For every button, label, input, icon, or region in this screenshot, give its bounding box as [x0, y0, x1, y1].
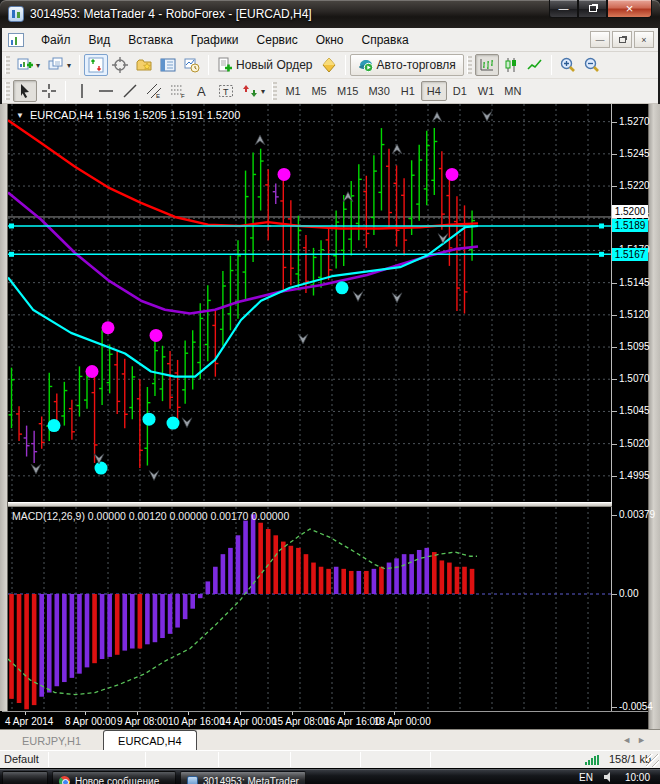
metaeditor-icon	[321, 57, 337, 73]
fibo-icon: F	[170, 83, 186, 99]
pane-divider[interactable]	[8, 502, 648, 507]
hline-left-handle[interactable]	[9, 223, 14, 228]
timeframe-button-m15[interactable]: M15	[332, 81, 363, 101]
chart-tab-eurjpy-h1[interactable]: EURJPY,H1	[8, 731, 95, 750]
menu-item-вид[interactable]: Вид	[80, 30, 120, 50]
metaeditor-button[interactable]	[317, 54, 341, 76]
child-restore-button[interactable]	[612, 31, 632, 48]
toolbar-grip[interactable]	[5, 56, 10, 74]
text-label-button[interactable]: T	[214, 80, 238, 102]
arrows-button[interactable]: ▾	[238, 80, 269, 102]
menu-item-окно[interactable]: Окно	[307, 30, 353, 50]
market-watch-button[interactable]	[84, 54, 108, 76]
arrowstool-icon	[242, 83, 258, 99]
hline-price-box: 1.5189	[612, 219, 648, 232]
close-icon: ×	[626, 4, 634, 14]
timeframe-button-w1[interactable]: W1	[473, 81, 500, 101]
child-minimize-button[interactable]: —	[590, 31, 610, 48]
arrow-down-marker	[353, 292, 363, 302]
date-tick	[344, 712, 345, 715]
statusbar-separator	[290, 752, 291, 767]
price-tick-label: 1.5245	[619, 148, 650, 159]
hline-left-handle[interactable]	[9, 252, 14, 257]
menu-item-графики[interactable]: Графики	[182, 30, 248, 50]
timeframe-button-h4[interactable]: H4	[421, 81, 447, 101]
text-button[interactable]: A	[190, 80, 214, 102]
close-button[interactable]: ×	[607, 0, 652, 18]
taskbar-button-browser[interactable]: Новое сообщение	[52, 771, 176, 784]
navigator-button[interactable]	[132, 54, 156, 76]
candle-chart-mode-button[interactable]	[499, 54, 523, 76]
menu-item-справка[interactable]: Справка	[353, 30, 418, 50]
new-chart-button[interactable]: ▾	[13, 54, 44, 76]
new-order-button-label: Новый Ордер	[236, 58, 312, 72]
vertical-line-button[interactable]	[70, 80, 94, 102]
tab-scroll-arrows[interactable]: ◄►	[622, 735, 652, 745]
child-close-icon: ×	[641, 35, 646, 45]
timeframe-button-m1[interactable]: M1	[280, 81, 306, 101]
taskbar-button-metatrader[interactable]: 3014953: MetaTrader	[180, 771, 306, 784]
price-tick-label: 1.5095	[619, 341, 650, 352]
resize-grip[interactable]	[646, 754, 659, 767]
child-restore-icon	[619, 37, 626, 43]
zoom-in-button[interactable]	[556, 54, 580, 76]
bar-chart-mode-button[interactable]	[475, 54, 499, 76]
data-window-button[interactable]	[108, 54, 132, 76]
price-chart-pane[interactable]	[8, 104, 612, 502]
date-tick	[240, 712, 241, 715]
date-tick-label: 8 Apr 00:00	[65, 716, 116, 727]
vline-icon	[74, 83, 90, 99]
crosshair-button[interactable]	[37, 80, 61, 102]
hline-right-handle[interactable]	[599, 223, 604, 228]
toolbar-grip[interactable]	[272, 82, 277, 100]
date-axis[interactable]: 4 Apr 20148 Apr 00:009 Apr 08:0010 Apr 1…	[2, 711, 648, 729]
arrow-down-marker	[149, 471, 159, 481]
horizontal-line-button[interactable]	[94, 80, 118, 102]
speaker-icon[interactable]	[603, 772, 615, 782]
toolbar-grip[interactable]	[5, 82, 10, 100]
profiles-button[interactable]: ▾	[44, 54, 75, 76]
statusbar-separator	[145, 752, 146, 767]
horizontal-line-1[interactable]	[8, 252, 612, 257]
macd-tick	[612, 594, 617, 595]
price-axis[interactable]: 1.52701.52451.52201.51951.51701.51451.51…	[612, 104, 648, 711]
price-tick-label: 1.5020	[619, 438, 650, 449]
clock[interactable]: 10:00	[625, 772, 650, 783]
terminal-button[interactable]	[156, 54, 180, 76]
taskbar-button-other[interactable]	[2, 771, 48, 784]
toolbar-grip[interactable]	[467, 56, 472, 74]
minimize-button[interactable]: —	[549, 0, 578, 18]
autotrading-button[interactable]: Авто-торговля	[350, 54, 464, 76]
price-tick	[612, 444, 617, 445]
hline-right-handle[interactable]	[599, 252, 604, 257]
menu-item-файл[interactable]: Файл	[32, 30, 80, 50]
equidistant-channel-button[interactable]: E	[142, 80, 166, 102]
trendline-button[interactable]	[118, 80, 142, 102]
language-indicator[interactable]: EN	[579, 772, 593, 783]
maximize-button[interactable]	[578, 0, 607, 18]
macd-indicator-pane[interactable]	[8, 507, 612, 711]
timeframe-button-mn[interactable]: MN	[499, 81, 526, 101]
date-tick-label: 4 Apr 2014	[5, 716, 53, 727]
hline-price-box: 1.5167	[612, 248, 648, 261]
timeframe-button-m5[interactable]: M5	[306, 81, 332, 101]
app-icon	[8, 6, 24, 22]
timeframe-button-m30[interactable]: M30	[363, 81, 394, 101]
child-close-button[interactable]: ×	[634, 31, 654, 48]
chart-tab-eurcad-h4[interactable]: EURCAD,H4	[103, 730, 197, 750]
timeframe-button-h1[interactable]: H1	[395, 81, 421, 101]
strategy-tester-button[interactable]	[180, 54, 204, 76]
price-tick	[612, 379, 617, 380]
new-order-button[interactable]: Новый Ордер	[213, 54, 316, 76]
price-tick-label: 1.4995	[619, 470, 650, 481]
symbol-dropdown-icon[interactable]: ▼	[16, 111, 24, 120]
profile-label[interactable]: Default	[4, 753, 46, 765]
cursor-button[interactable]	[13, 80, 37, 102]
timeframe-button-d1[interactable]: D1	[447, 81, 473, 101]
line-chart-mode-button[interactable]	[523, 54, 547, 76]
menu-item-сервис[interactable]: Сервис	[248, 30, 307, 50]
fibonacci-button[interactable]: F	[166, 80, 190, 102]
trendline-icon	[122, 83, 138, 99]
zoom-out-button[interactable]	[580, 54, 604, 76]
menu-item-вставка[interactable]: Вставка	[119, 30, 182, 50]
